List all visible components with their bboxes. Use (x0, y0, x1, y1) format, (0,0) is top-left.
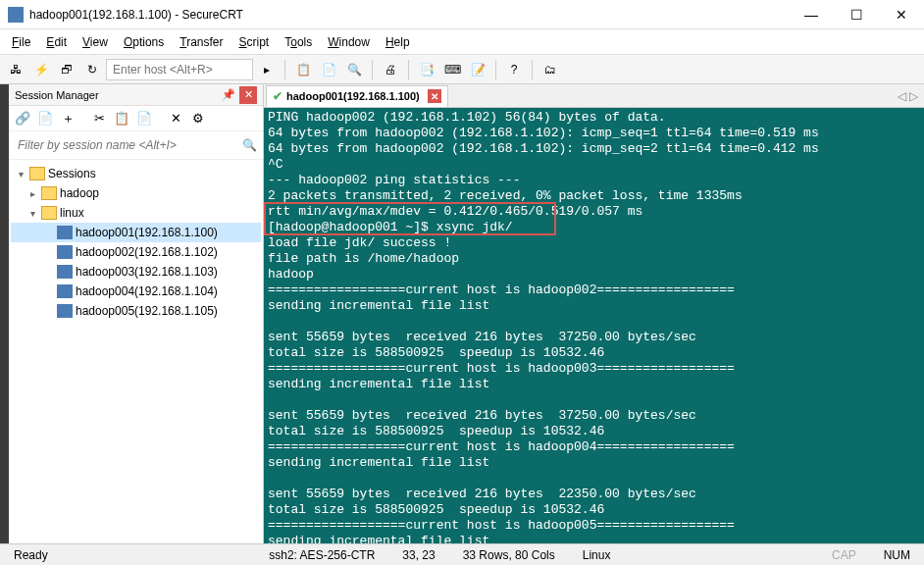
maximize-button[interactable]: ☐ (834, 0, 879, 29)
tree-label: Sessions (48, 167, 96, 180)
tree-folder-linux[interactable]: ▾ linux (11, 203, 261, 223)
app-icon (8, 7, 24, 23)
folder-icon (29, 167, 45, 180)
connected-icon: ✔ (273, 89, 282, 103)
minimize-button[interactable]: — (789, 0, 834, 29)
tree-host-hadoop002[interactable]: hadoop002(192.168.1.102) (11, 242, 261, 262)
link-icon[interactable]: 🔗 (13, 109, 32, 128)
session-manager-toolbar: 🔗 📄 ＋ ✂ 📋 📄 ✕ ⚙ (9, 106, 263, 131)
host-icon (57, 304, 73, 318)
quick-connect-icon[interactable]: ⚡ (29, 58, 53, 81)
print-icon[interactable]: 🖨 (379, 58, 402, 81)
host-icon (57, 245, 73, 259)
options-icon[interactable]: 🗂 (539, 58, 562, 81)
status-size: 33 Rows, 80 Cols (457, 548, 561, 562)
left-dock (0, 84, 9, 543)
log-icon[interactable]: 📝 (466, 58, 489, 81)
separator (532, 60, 533, 79)
paste-icon[interactable]: 📄 (317, 58, 340, 81)
window-title: hadoop001(192.168.1.100) - SecureCRT (29, 8, 789, 22)
tree-folder-hadoop[interactable]: ▸ hadoop (11, 183, 261, 203)
chevron-down-icon[interactable]: ▾ (26, 208, 38, 219)
paste2-icon[interactable]: 📄 (134, 109, 154, 128)
go-icon[interactable]: ▸ (255, 58, 279, 81)
panel-close-icon[interactable]: ✕ (239, 86, 257, 104)
titlebar: hadoop001(192.168.1.100) - SecureCRT — ☐… (0, 0, 924, 29)
highlight-box (264, 202, 556, 235)
tree-label: linux (60, 206, 84, 220)
separator (372, 60, 373, 79)
menu-view[interactable]: View (75, 31, 116, 53)
properties-icon[interactable]: 📑 (415, 58, 438, 81)
menu-file[interactable]: File (4, 31, 38, 53)
host-icon (57, 284, 73, 298)
menu-tools[interactable]: Tools (277, 31, 320, 53)
properties2-icon[interactable]: ⚙ (188, 109, 208, 128)
search-icon[interactable]: 🔍 (238, 134, 260, 156)
session-filter: 🔍 (9, 131, 263, 160)
status-os: Linux (577, 548, 617, 562)
menu-file-label: ile (19, 35, 30, 49)
copy2-icon[interactable]: 📋 (112, 109, 131, 128)
tree-label: hadoop002(192.168.1.102) (76, 245, 218, 259)
host-input[interactable] (106, 59, 253, 80)
delete-icon[interactable]: ✕ (166, 109, 185, 128)
tree-label: hadoop001(192.168.1.100) (76, 226, 218, 239)
tree-host-hadoop001[interactable]: hadoop001(192.168.1.100) (11, 223, 261, 242)
tab-nav[interactable]: ◁ ▷ (892, 89, 924, 103)
tree-host-hadoop005[interactable]: hadoop005(192.168.1.105) (11, 301, 261, 321)
chevron-right-icon[interactable]: ▸ (26, 188, 38, 199)
menu-edit[interactable]: Edit (38, 31, 75, 53)
terminal[interactable]: PING hadoop002 (192.168.1.102) 56(84) by… (264, 108, 924, 543)
status-ready: Ready (8, 548, 54, 562)
close-button[interactable]: ✕ (879, 0, 924, 29)
connect-in-tab-icon[interactable]: 🗗 (55, 58, 78, 81)
tree-label: hadoop004(192.168.1.104) (76, 284, 218, 298)
connect-icon[interactable]: 🖧 (4, 58, 27, 81)
chevron-down-icon[interactable]: ▾ (15, 169, 26, 180)
reconnect-icon[interactable]: ↻ (80, 58, 104, 81)
folder-icon (41, 186, 57, 200)
menu-transfer[interactable]: Transfer (172, 31, 231, 53)
toolbar: 🖧 ⚡ 🗗 ↻ ▸ 📋 📄 🔍 🖨 📑 ⌨ 📝 ? 🗂 (0, 55, 924, 84)
menu-help[interactable]: Help (378, 31, 418, 53)
statusbar: Ready ssh2: AES-256-CTR 33, 23 33 Rows, … (0, 543, 924, 565)
tab-close-icon[interactable]: ✕ (428, 89, 441, 103)
add-icon[interactable]: ＋ (58, 109, 77, 128)
tree-root[interactable]: ▾ Sessions (11, 164, 261, 183)
tree-label: hadoop005(192.168.1.105) (76, 304, 218, 318)
menu-window[interactable]: Window (320, 31, 378, 53)
separator (495, 60, 496, 79)
copy-icon[interactable]: 📋 (291, 58, 315, 81)
tab-label: hadoop001(192.168.1.100) (286, 90, 420, 102)
status-cursor: 33, 23 (396, 548, 440, 562)
pin-icon[interactable]: 📌 (220, 86, 237, 104)
tree-label: hadoop (60, 186, 99, 200)
session-tree: ▾ Sessions ▸ hadoop ▾ linux hadoop001(19… (9, 160, 263, 543)
menu-options[interactable]: Options (116, 31, 172, 53)
tab-hadoop001[interactable]: ✔ hadoop001(192.168.1.100) ✕ (266, 85, 448, 107)
host-icon (57, 226, 73, 239)
status-num: NUM (878, 548, 916, 562)
help-icon[interactable]: ? (502, 58, 526, 81)
host-icon (57, 265, 73, 279)
separator (284, 60, 285, 79)
tree-host-hadoop004[interactable]: hadoop004(192.168.1.104) (11, 282, 261, 301)
find-icon[interactable]: 🔍 (342, 58, 366, 81)
terminal-tabs: ✔ hadoop001(192.168.1.100) ✕ ◁ ▷ (264, 84, 924, 108)
new-session-icon[interactable]: 📄 (35, 109, 55, 128)
tree-label: hadoop003(192.168.1.103) (76, 265, 218, 279)
menu-script[interactable]: Script (231, 31, 278, 53)
filter-input[interactable] (12, 134, 238, 156)
folder-icon (41, 206, 57, 220)
status-cipher: ssh2: AES-256-CTR (263, 548, 381, 562)
separator (408, 60, 409, 79)
terminal-area: ✔ hadoop001(192.168.1.100) ✕ ◁ ▷ PING ha… (264, 84, 924, 543)
status-cap: CAP (826, 548, 862, 562)
keymap-icon[interactable]: ⌨ (440, 58, 464, 81)
tree-host-hadoop003[interactable]: hadoop003(192.168.1.103) (11, 262, 261, 282)
session-manager-title: Session Manager (15, 89, 220, 101)
main-area: Session Manager 📌 ✕ 🔗 📄 ＋ ✂ 📋 📄 ✕ ⚙ 🔍 ▾ … (0, 84, 924, 543)
session-manager-panel: Session Manager 📌 ✕ 🔗 📄 ＋ ✂ 📋 📄 ✕ ⚙ 🔍 ▾ … (9, 84, 264, 543)
cut-icon[interactable]: ✂ (89, 109, 109, 128)
